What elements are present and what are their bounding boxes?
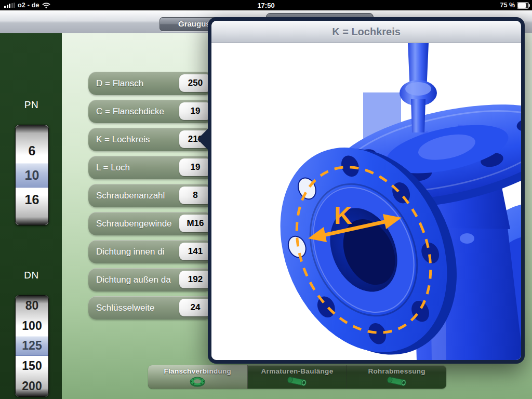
lochkreis-popover: K = Lochkreis xyxy=(208,17,525,364)
spec-value: 19 xyxy=(179,158,211,176)
spec-value: 192 xyxy=(179,271,211,288)
spec-value: 250 xyxy=(179,74,211,92)
spec-value: 24 xyxy=(179,299,211,316)
pn-option[interactable]: 6 xyxy=(16,139,48,163)
dn-option[interactable]: 200 xyxy=(16,376,48,396)
battery-percent: 75 % xyxy=(500,2,515,9)
spec-label: D = Flansch xyxy=(96,72,143,95)
spec-label: Dichtung innen di xyxy=(96,240,164,263)
dn-picker-wheel[interactable]: 80 100 125 150 200 xyxy=(15,295,49,397)
battery-icon xyxy=(517,2,529,9)
tab-rohrabmessung[interactable]: Rohrabmessung xyxy=(347,365,446,389)
pn-option-selected[interactable]: 10 xyxy=(16,163,48,188)
pipe-icon xyxy=(285,376,309,388)
status-bar: o2 - de 17:50 75 % xyxy=(0,0,532,10)
spec-row-c-flanschdicke[interactable]: C = Flanschdicke 19 xyxy=(88,100,213,123)
dn-option[interactable]: 150 xyxy=(16,356,48,376)
spec-row-dichtung-aussen[interactable]: Dichtung außen da 192 xyxy=(88,268,213,291)
dn-option[interactable]: 100 xyxy=(16,316,48,336)
bottom-tab-bar: Flanschverbindung Armaturen-Baulänge xyxy=(148,365,446,389)
spec-label: Schraubengewinde xyxy=(96,212,172,235)
spec-value: 8 xyxy=(179,187,211,204)
sidebar: PN 6 10 16 DN 80 100 125 150 200 xyxy=(0,33,62,399)
spec-row-l-loch[interactable]: L = Loch 19 xyxy=(88,156,213,179)
spec-row-k-lochkreis[interactable]: K = Lochkreis 210 xyxy=(88,128,213,151)
spec-label: K = Lochkreis xyxy=(96,128,150,151)
clock: 17:50 xyxy=(0,0,532,10)
popover-body: DN100 PN16 JS1030 xyxy=(211,43,521,360)
popover-title: K = Lochkreis xyxy=(211,21,521,43)
spec-value: 141 xyxy=(179,243,211,260)
popover-arrow xyxy=(197,128,208,150)
pn-option[interactable]: 16 xyxy=(16,188,48,212)
spec-label: L = Loch xyxy=(96,156,130,179)
spec-row-schraubenanzahl[interactable]: Schraubenanzahl 8 xyxy=(88,184,213,207)
pn-label: PN xyxy=(15,99,48,111)
spec-label: C = Flanschdicke xyxy=(96,100,164,123)
dn-label: DN xyxy=(15,270,48,281)
tab-armaturen-baulaenge[interactable]: Armaturen-Baulänge xyxy=(248,365,348,389)
spec-value: M16 xyxy=(179,215,211,232)
app-screen: o2 - de 17:50 75 % Grauguss PN 6 10 16 D… xyxy=(0,0,532,399)
tab-flanschverbindung[interactable]: Flanschverbindung xyxy=(148,365,248,389)
spec-row-dichtung-innen[interactable]: Dichtung innen di 141 xyxy=(88,240,213,263)
pn-picker-wheel[interactable]: 6 10 16 xyxy=(15,125,49,225)
spec-label: Schraubenanzahl xyxy=(96,184,165,207)
dn-option[interactable]: 80 xyxy=(16,296,48,316)
spec-row-schluesselweite[interactable]: Schlüsselweite 24 xyxy=(88,296,213,320)
spec-value: 19 xyxy=(179,102,211,120)
dimension-label: K xyxy=(334,202,352,229)
spec-row-schraubengewinde[interactable]: Schraubengewinde M16 xyxy=(88,212,213,235)
pipe-icon xyxy=(385,376,409,388)
valve-illustration: DN100 PN16 JS1030 xyxy=(211,43,521,360)
spec-row-d-flansch[interactable]: D = Flansch 250 xyxy=(88,72,213,95)
flange-icon xyxy=(185,376,209,388)
spec-label: Schlüsselweite xyxy=(96,296,154,320)
spec-label: Dichtung außen da xyxy=(96,268,171,291)
dn-option-selected[interactable]: 125 xyxy=(16,336,48,356)
